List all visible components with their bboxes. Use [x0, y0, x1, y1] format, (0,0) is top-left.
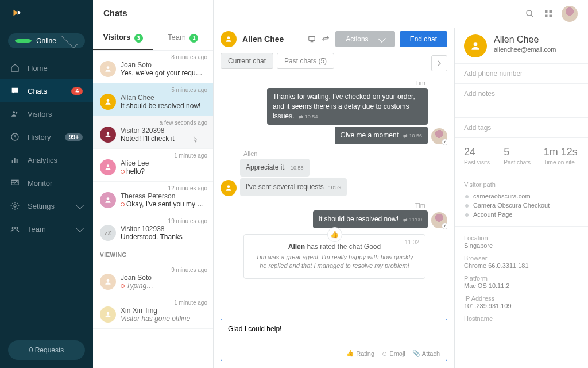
- svg-point-19: [527, 10, 532, 16]
- chat-name: Alice Lee: [121, 159, 206, 167]
- emoji-tool[interactable]: ☺ Emoji: [381, 350, 405, 357]
- chat-time: 8 minutes ago: [171, 54, 207, 60]
- chat-list-panel: Chats Visitors 3 Team 1 8 minutes agoJoa…: [93, 0, 214, 368]
- tab-current-chat[interactable]: Current chat: [220, 53, 273, 69]
- nav-chat[interactable]: Chats4: [0, 79, 93, 102]
- detail-key: Platform: [464, 275, 579, 282]
- message-bubble: It should be resolved now!⇄ 11:00: [313, 210, 428, 228]
- sidebar: Online HomeChats4VisitorsHistory99+Analy…: [0, 0, 93, 368]
- rating-tool[interactable]: 👍 Rating: [346, 350, 374, 357]
- chat-list-item[interactable]: 19 minutes agozZVisitor 102938Understood…: [93, 214, 213, 247]
- expand-panel-button[interactable]: [431, 55, 447, 71]
- nav-settings[interactable]: Settings: [0, 194, 93, 217]
- stat-value: 24: [464, 146, 499, 158]
- actions-dropdown[interactable]: Actions: [335, 31, 394, 47]
- search-icon[interactable]: [525, 9, 535, 19]
- svg-point-9: [14, 205, 16, 207]
- nav-team[interactable]: Team: [0, 217, 93, 240]
- chat-name: Visitor 102938: [121, 225, 206, 233]
- nav-home[interactable]: Home: [0, 56, 93, 79]
- chat-time: 19 minutes ago: [168, 218, 207, 224]
- message-input[interactable]: [228, 325, 440, 348]
- stat: 5Past chats: [504, 146, 539, 166]
- chat-list-item[interactable]: 1 minute agoXin Xin TingVisitor has gone…: [93, 296, 213, 329]
- svg-point-29: [474, 42, 478, 46]
- status-dot: [15, 39, 32, 43]
- svg-rect-21: [545, 10, 548, 13]
- profile-avatar[interactable]: [562, 6, 578, 22]
- home-icon: [10, 63, 20, 72]
- chat-time: a few seconds ago: [160, 120, 207, 126]
- detail-row: PlatformMac OS 10.11.2: [464, 275, 579, 289]
- visitor-path-item[interactable]: cameraobscura.com: [464, 191, 579, 201]
- chat-list-item[interactable]: 8 minutes agoJoan SotoYes, we've got you…: [93, 51, 213, 83]
- svg-rect-6: [14, 158, 16, 163]
- detail-row: Hostname: [464, 315, 579, 322]
- svg-rect-24: [550, 15, 552, 18]
- detail-value: Singapore: [464, 242, 579, 249]
- detail-key: IP Address: [464, 295, 579, 302]
- end-chat-button[interactable]: End chat: [400, 31, 447, 47]
- tags-input[interactable]: Add tags: [455, 117, 588, 137]
- tab-team-count: 1: [189, 34, 198, 43]
- svg-rect-22: [550, 10, 552, 13]
- stat-label: Time on site: [544, 159, 579, 166]
- chevron-down-icon: [76, 224, 84, 232]
- nav-history[interactable]: History99+: [0, 125, 93, 148]
- message-composer[interactable]: 👍 Rating ☺ Emoji 📎 Attach: [220, 319, 447, 361]
- svg-point-13: [107, 99, 110, 102]
- tab-team[interactable]: Team 1: [153, 26, 214, 50]
- svg-point-18: [107, 312, 110, 315]
- chat-list-item[interactable]: 5 minutes agoAllan CheeIt should be reso…: [93, 83, 213, 116]
- chat-list-item[interactable]: 9 minutes agoJoan SotoTyping…: [93, 263, 213, 296]
- chat-icon: [10, 86, 20, 95]
- svg-point-25: [227, 36, 230, 39]
- nav-visitors[interactable]: Visitors: [0, 102, 93, 125]
- detail-row: LocationSingapore: [464, 235, 579, 249]
- detail-row: IP Address101.239.931.109: [464, 295, 579, 309]
- chat-time: 1 minute ago: [174, 152, 207, 159]
- nav-badge: 99+: [65, 133, 83, 141]
- svg-point-11: [16, 227, 18, 229]
- message-line: Thanks for waiting. I've checked on your…: [220, 88, 447, 125]
- nav-monitor[interactable]: Monitor: [0, 171, 93, 194]
- chevron-down-icon: [76, 201, 84, 209]
- chat-list: 8 minutes agoJoan SotoYes, we've got you…: [93, 51, 213, 369]
- tab-past-chats[interactable]: Past chats (5): [277, 53, 334, 69]
- svg-marker-1: [18, 11, 21, 15]
- message-sender: Tim: [220, 202, 447, 209]
- actions-label: Actions: [346, 35, 368, 43]
- rating-body: Tim was a great agent, I'm really happy …: [254, 253, 415, 271]
- svg-rect-23: [545, 15, 548, 18]
- chat-header: Allen Chee Actions End chat: [220, 28, 447, 53]
- requests-button[interactable]: 0 Requests: [8, 340, 85, 360]
- svg-point-12: [107, 66, 110, 69]
- svg-point-3: [16, 112, 17, 113]
- message-bubble: Thanks for waiting. I've checked on your…: [267, 88, 428, 125]
- chat-list-item[interactable]: a few seconds agoVisitor 320398Noted! I'…: [93, 116, 213, 149]
- tab-visitors-count: 3: [134, 34, 143, 43]
- status-selector[interactable]: Online: [8, 33, 85, 48]
- transfer-icon[interactable]: [322, 35, 330, 43]
- nav-analytics[interactable]: Analytics: [0, 148, 93, 171]
- tab-team-label: Team: [168, 33, 186, 41]
- visitor-path-item[interactable]: Camera Obscura Checkout: [464, 201, 579, 210]
- monitor-icon[interactable]: [308, 35, 316, 43]
- messages: TimThanks for waiting. I've checked on y…: [220, 77, 447, 314]
- nav-label: Home: [28, 64, 83, 72]
- apps-icon[interactable]: [543, 9, 554, 19]
- notes-input[interactable]: Add notes: [455, 83, 588, 117]
- chat-preview: Visitor has gone offline: [121, 315, 206, 323]
- visitor-path-item[interactable]: Account Page: [464, 210, 579, 219]
- chat-sub-tabs: Current chat Past chats (5): [220, 53, 334, 69]
- chat-list-item[interactable]: 1 minute agoAlice Leehello?: [93, 149, 213, 182]
- attach-tool[interactable]: 📎 Attach: [412, 350, 440, 357]
- chat-list-item[interactable]: 12 minutes agoTheresa PetersonOkay, I've…: [93, 182, 213, 214]
- tab-visitors[interactable]: Visitors 3: [93, 26, 153, 50]
- phone-input[interactable]: Add phone number: [455, 63, 588, 83]
- message-time: 10:59: [328, 185, 342, 190]
- logo[interactable]: [0, 0, 93, 29]
- team-icon: [10, 224, 20, 233]
- message-time: ⇄ 11:00: [403, 217, 422, 223]
- svg-line-20: [531, 15, 533, 17]
